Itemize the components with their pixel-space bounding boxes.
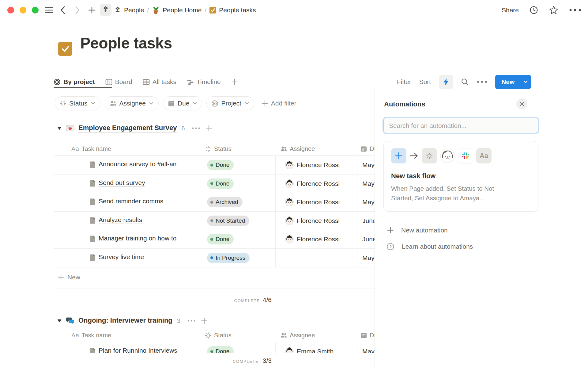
more-options-icon <box>569 9 581 12</box>
new-page-icon[interactable] <box>88 6 96 14</box>
page-doc-icon <box>89 235 96 243</box>
page-doc-icon <box>89 198 96 207</box>
group-collapse-toggle[interactable] <box>57 319 62 323</box>
share-button[interactable]: Share <box>502 6 519 14</box>
task-name: Announce survey to #all-an <box>99 160 177 168</box>
topbar-actions: Share <box>502 0 581 20</box>
table-row-task-link[interactable]: Survey live time <box>99 253 144 261</box>
tab-all-tasks[interactable]: All tasks <box>143 78 176 86</box>
back-icon[interactable] <box>60 6 66 14</box>
page-doc-icon <box>89 161 96 168</box>
plus-icon <box>262 100 268 107</box>
new-button-label[interactable]: New <box>495 75 520 89</box>
new-button-chevron[interactable] <box>520 75 531 89</box>
status-pill[interactable]: In Progress <box>207 253 250 263</box>
add-view-icon[interactable] <box>231 79 238 85</box>
group-add-row-icon[interactable] <box>205 125 212 132</box>
traffic-minimize-button[interactable] <box>20 7 26 13</box>
column-header-task-name[interactable]: AaTask name <box>71 145 111 152</box>
close-icon[interactable] <box>516 98 527 109</box>
task-name: Analyze results <box>99 216 142 224</box>
status-pill[interactable]: Done <box>207 234 234 244</box>
breadcrumb-item[interactable]: People <box>114 6 144 14</box>
automation-search-field[interactable] <box>388 118 533 133</box>
group-title[interactable]: Ongoing: Interviewer training <box>78 316 172 325</box>
assignee-name[interactable]: Florence Rossi <box>297 180 340 187</box>
status-pill[interactable]: Archived <box>207 197 243 207</box>
workspace-flower-icon[interactable] <box>100 4 111 16</box>
column-header-status[interactable]: Status <box>205 145 232 152</box>
chevron-down-icon <box>245 102 249 105</box>
tab-timeline[interactable]: Timeline <box>187 78 221 86</box>
group-count: 3 <box>177 317 180 324</box>
back-icon <box>60 6 66 14</box>
group-add-row-icon[interactable] <box>201 317 208 324</box>
assignee-name[interactable]: Florence Rossi <box>297 161 340 169</box>
new-automation-button[interactable]: New automation <box>387 227 448 234</box>
filter-chip-status[interactable]: Status <box>55 96 100 110</box>
more-options-icon[interactable] <box>569 9 581 12</box>
status-pill[interactable]: Done <box>207 178 234 189</box>
automations-lightning-button[interactable] <box>439 75 453 89</box>
status-pill[interactable]: Not Started <box>207 216 249 226</box>
group-collapse-toggle[interactable] <box>57 126 62 130</box>
group-options-icon[interactable] <box>192 127 200 129</box>
person-avatar-icon <box>285 179 294 188</box>
group2-complete-aggregate[interactable]: COMPLETE 3/3 <box>54 357 272 364</box>
status-dot <box>210 238 213 241</box>
table-row-task-link[interactable]: Send out survey <box>99 179 145 186</box>
description-line: Started, Set Assignee to Amaya... <box>391 193 494 203</box>
breadcrumb-label: People Home <box>163 6 202 14</box>
group-options-icon[interactable] <box>187 320 195 322</box>
chat-bubbles-icon <box>66 317 74 325</box>
due-date[interactable]: June <box>362 236 376 243</box>
breadcrumb-item[interactable]: People Home <box>152 6 202 14</box>
tab-board[interactable]: Board <box>105 78 132 86</box>
group-complete-aggregate[interactable]: COMPLETE4/6 <box>54 296 272 304</box>
filter-chip-assignee[interactable]: Assignee <box>105 96 159 110</box>
group-count: 6 <box>182 125 185 132</box>
view-more-icon[interactable] <box>477 81 487 83</box>
column-header-label: Assignee <box>290 332 315 339</box>
group-title[interactable]: Employee Engagement Survey <box>78 124 177 133</box>
sidebar-menu-icon[interactable] <box>45 7 53 13</box>
column-header-assignee[interactable]: Assignee <box>280 145 315 152</box>
traffic-zoom-button[interactable] <box>32 7 39 13</box>
filter-chip-due[interactable]: Due <box>163 96 202 110</box>
add-filter-button[interactable]: Add filter <box>258 97 300 110</box>
due-date[interactable]: June <box>362 217 376 224</box>
column-header-label: Status <box>214 332 232 339</box>
filter-chip-project[interactable]: Project <box>206 96 254 110</box>
assignee-name[interactable]: Florence Rossi <box>297 236 340 243</box>
page-checkbox-icon[interactable] <box>58 42 72 56</box>
assignee-name[interactable]: Florence Rossi <box>297 198 340 206</box>
learn-about-automations-link[interactable]: ? Learn about automations <box>386 243 473 251</box>
new-button[interactable]: New <box>495 75 531 89</box>
status-dot <box>210 219 213 222</box>
filter-button[interactable]: Filter <box>397 78 411 86</box>
status-pill[interactable]: Done <box>207 160 234 170</box>
clock-history-icon[interactable] <box>529 6 538 15</box>
traffic-close-button[interactable] <box>7 7 14 13</box>
table-row-task-link[interactable]: Analyze results <box>99 216 142 224</box>
table-row-task-link[interactable]: Send reminder comms <box>99 197 163 205</box>
table-row-task-link[interactable]: Manager training on how to <box>99 235 177 242</box>
add-new-row-button[interactable]: New <box>58 274 80 281</box>
chip-label: Status <box>69 100 88 107</box>
plus-icon <box>387 227 394 234</box>
automation-card[interactable]: Aa New task flow When Page added, Set St… <box>383 141 538 212</box>
tab-by-project[interactable]: By project <box>54 78 95 86</box>
column-header-assignee[interactable]: Assignee <box>280 332 315 339</box>
column-header-task-name[interactable]: AaTask name <box>71 332 111 339</box>
table-row-task-link[interactable]: Announce survey to #all-an <box>99 160 177 168</box>
automation-search-input[interactable] <box>383 118 538 133</box>
breadcrumb-item[interactable]: People tasks <box>209 6 256 14</box>
star-icon[interactable] <box>549 5 559 15</box>
forward-icon[interactable] <box>75 6 80 14</box>
person-avatar-icon <box>285 198 294 206</box>
column-header-status[interactable]: Status <box>205 332 232 339</box>
assignee-name[interactable]: Florence Rossi <box>297 217 340 224</box>
search-icon[interactable] <box>461 78 469 86</box>
plus-icon <box>387 227 394 234</box>
sort-button[interactable]: Sort <box>419 78 431 86</box>
